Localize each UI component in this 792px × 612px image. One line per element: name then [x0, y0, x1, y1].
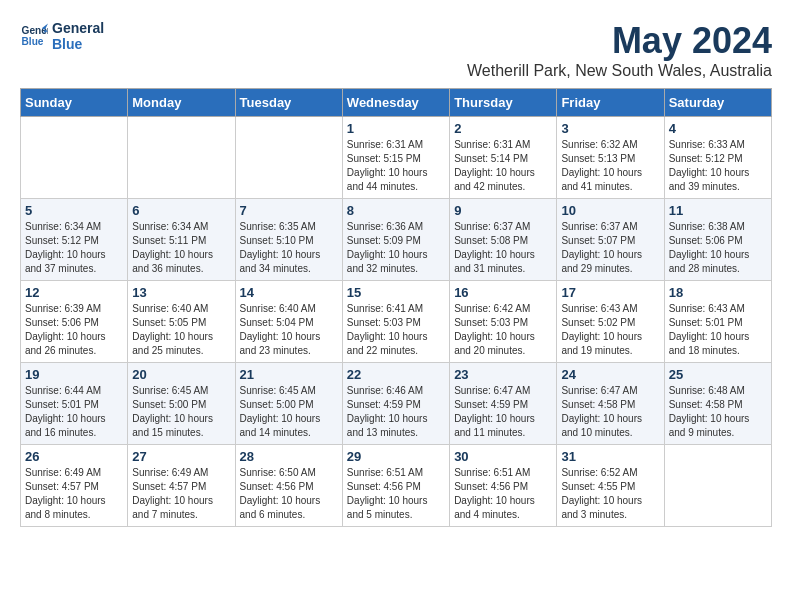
day-info: Sunrise: 6:34 AM Sunset: 5:11 PM Dayligh…	[132, 220, 230, 276]
calendar-cell: 27Sunrise: 6:49 AM Sunset: 4:57 PM Dayli…	[128, 445, 235, 527]
calendar-cell: 15Sunrise: 6:41 AM Sunset: 5:03 PM Dayli…	[342, 281, 449, 363]
day-info: Sunrise: 6:43 AM Sunset: 5:02 PM Dayligh…	[561, 302, 659, 358]
calendar-cell: 8Sunrise: 6:36 AM Sunset: 5:09 PM Daylig…	[342, 199, 449, 281]
day-number: 7	[240, 203, 338, 218]
day-info: Sunrise: 6:46 AM Sunset: 4:59 PM Dayligh…	[347, 384, 445, 440]
calendar-week-5: 26Sunrise: 6:49 AM Sunset: 4:57 PM Dayli…	[21, 445, 772, 527]
calendar-cell: 22Sunrise: 6:46 AM Sunset: 4:59 PM Dayli…	[342, 363, 449, 445]
calendar-cell	[664, 445, 771, 527]
page-header: General Blue General Blue May 2024 Wethe…	[20, 20, 772, 80]
day-number: 6	[132, 203, 230, 218]
calendar-cell: 14Sunrise: 6:40 AM Sunset: 5:04 PM Dayli…	[235, 281, 342, 363]
calendar-cell: 19Sunrise: 6:44 AM Sunset: 5:01 PM Dayli…	[21, 363, 128, 445]
day-number: 29	[347, 449, 445, 464]
day-number: 26	[25, 449, 123, 464]
calendar-cell: 21Sunrise: 6:45 AM Sunset: 5:00 PM Dayli…	[235, 363, 342, 445]
day-number: 12	[25, 285, 123, 300]
day-info: Sunrise: 6:32 AM Sunset: 5:13 PM Dayligh…	[561, 138, 659, 194]
day-info: Sunrise: 6:49 AM Sunset: 4:57 PM Dayligh…	[132, 466, 230, 522]
calendar-cell: 20Sunrise: 6:45 AM Sunset: 5:00 PM Dayli…	[128, 363, 235, 445]
day-info: Sunrise: 6:48 AM Sunset: 4:58 PM Dayligh…	[669, 384, 767, 440]
day-number: 4	[669, 121, 767, 136]
day-info: Sunrise: 6:34 AM Sunset: 5:12 PM Dayligh…	[25, 220, 123, 276]
day-number: 28	[240, 449, 338, 464]
day-info: Sunrise: 6:40 AM Sunset: 5:05 PM Dayligh…	[132, 302, 230, 358]
day-number: 21	[240, 367, 338, 382]
subtitle: Wetherill Park, New South Wales, Austral…	[467, 62, 772, 80]
day-info: Sunrise: 6:36 AM Sunset: 5:09 PM Dayligh…	[347, 220, 445, 276]
calendar-cell: 25Sunrise: 6:48 AM Sunset: 4:58 PM Dayli…	[664, 363, 771, 445]
day-number: 22	[347, 367, 445, 382]
calendar-cell: 28Sunrise: 6:50 AM Sunset: 4:56 PM Dayli…	[235, 445, 342, 527]
calendar-cell: 31Sunrise: 6:52 AM Sunset: 4:55 PM Dayli…	[557, 445, 664, 527]
day-info: Sunrise: 6:41 AM Sunset: 5:03 PM Dayligh…	[347, 302, 445, 358]
svg-text:Blue: Blue	[22, 36, 44, 47]
day-info: Sunrise: 6:35 AM Sunset: 5:10 PM Dayligh…	[240, 220, 338, 276]
calendar-cell: 9Sunrise: 6:37 AM Sunset: 5:08 PM Daylig…	[450, 199, 557, 281]
calendar-week-4: 19Sunrise: 6:44 AM Sunset: 5:01 PM Dayli…	[21, 363, 772, 445]
calendar-cell: 5Sunrise: 6:34 AM Sunset: 5:12 PM Daylig…	[21, 199, 128, 281]
day-info: Sunrise: 6:39 AM Sunset: 5:06 PM Dayligh…	[25, 302, 123, 358]
calendar-week-2: 5Sunrise: 6:34 AM Sunset: 5:12 PM Daylig…	[21, 199, 772, 281]
weekday-header-thursday: Thursday	[450, 89, 557, 117]
day-info: Sunrise: 6:45 AM Sunset: 5:00 PM Dayligh…	[132, 384, 230, 440]
calendar-cell: 7Sunrise: 6:35 AM Sunset: 5:10 PM Daylig…	[235, 199, 342, 281]
day-number: 31	[561, 449, 659, 464]
weekday-header-monday: Monday	[128, 89, 235, 117]
calendar-cell: 29Sunrise: 6:51 AM Sunset: 4:56 PM Dayli…	[342, 445, 449, 527]
day-number: 27	[132, 449, 230, 464]
day-info: Sunrise: 6:33 AM Sunset: 5:12 PM Dayligh…	[669, 138, 767, 194]
day-info: Sunrise: 6:44 AM Sunset: 5:01 PM Dayligh…	[25, 384, 123, 440]
calendar-cell: 1Sunrise: 6:31 AM Sunset: 5:15 PM Daylig…	[342, 117, 449, 199]
day-number: 17	[561, 285, 659, 300]
weekday-header-wednesday: Wednesday	[342, 89, 449, 117]
day-info: Sunrise: 6:37 AM Sunset: 5:07 PM Dayligh…	[561, 220, 659, 276]
logo-line2: Blue	[52, 36, 104, 52]
day-number: 18	[669, 285, 767, 300]
calendar-week-1: 1Sunrise: 6:31 AM Sunset: 5:15 PM Daylig…	[21, 117, 772, 199]
day-number: 10	[561, 203, 659, 218]
calendar-cell	[21, 117, 128, 199]
calendar-cell: 6Sunrise: 6:34 AM Sunset: 5:11 PM Daylig…	[128, 199, 235, 281]
day-number: 25	[669, 367, 767, 382]
day-info: Sunrise: 6:51 AM Sunset: 4:56 PM Dayligh…	[454, 466, 552, 522]
day-number: 30	[454, 449, 552, 464]
day-number: 19	[25, 367, 123, 382]
logo: General Blue General Blue	[20, 20, 104, 52]
weekday-header-saturday: Saturday	[664, 89, 771, 117]
calendar-cell: 12Sunrise: 6:39 AM Sunset: 5:06 PM Dayli…	[21, 281, 128, 363]
calendar-cell: 17Sunrise: 6:43 AM Sunset: 5:02 PM Dayli…	[557, 281, 664, 363]
calendar-cell: 18Sunrise: 6:43 AM Sunset: 5:01 PM Dayli…	[664, 281, 771, 363]
calendar-cell	[235, 117, 342, 199]
calendar-cell: 24Sunrise: 6:47 AM Sunset: 4:58 PM Dayli…	[557, 363, 664, 445]
calendar-cell: 2Sunrise: 6:31 AM Sunset: 5:14 PM Daylig…	[450, 117, 557, 199]
day-info: Sunrise: 6:31 AM Sunset: 5:14 PM Dayligh…	[454, 138, 552, 194]
calendar-table: SundayMondayTuesdayWednesdayThursdayFrid…	[20, 88, 772, 527]
day-number: 16	[454, 285, 552, 300]
day-info: Sunrise: 6:38 AM Sunset: 5:06 PM Dayligh…	[669, 220, 767, 276]
day-number: 15	[347, 285, 445, 300]
day-info: Sunrise: 6:49 AM Sunset: 4:57 PM Dayligh…	[25, 466, 123, 522]
title-block: May 2024 Wetherill Park, New South Wales…	[467, 20, 772, 80]
day-info: Sunrise: 6:42 AM Sunset: 5:03 PM Dayligh…	[454, 302, 552, 358]
day-number: 5	[25, 203, 123, 218]
weekday-header-row: SundayMondayTuesdayWednesdayThursdayFrid…	[21, 89, 772, 117]
day-number: 23	[454, 367, 552, 382]
day-info: Sunrise: 6:40 AM Sunset: 5:04 PM Dayligh…	[240, 302, 338, 358]
day-info: Sunrise: 6:37 AM Sunset: 5:08 PM Dayligh…	[454, 220, 552, 276]
day-number: 24	[561, 367, 659, 382]
calendar-cell: 23Sunrise: 6:47 AM Sunset: 4:59 PM Dayli…	[450, 363, 557, 445]
logo-line1: General	[52, 20, 104, 36]
calendar-cell: 4Sunrise: 6:33 AM Sunset: 5:12 PM Daylig…	[664, 117, 771, 199]
weekday-header-sunday: Sunday	[21, 89, 128, 117]
day-info: Sunrise: 6:45 AM Sunset: 5:00 PM Dayligh…	[240, 384, 338, 440]
day-number: 1	[347, 121, 445, 136]
day-number: 2	[454, 121, 552, 136]
day-number: 14	[240, 285, 338, 300]
day-number: 11	[669, 203, 767, 218]
calendar-cell: 13Sunrise: 6:40 AM Sunset: 5:05 PM Dayli…	[128, 281, 235, 363]
calendar-cell: 10Sunrise: 6:37 AM Sunset: 5:07 PM Dayli…	[557, 199, 664, 281]
day-number: 8	[347, 203, 445, 218]
day-info: Sunrise: 6:50 AM Sunset: 4:56 PM Dayligh…	[240, 466, 338, 522]
calendar-cell: 11Sunrise: 6:38 AM Sunset: 5:06 PM Dayli…	[664, 199, 771, 281]
